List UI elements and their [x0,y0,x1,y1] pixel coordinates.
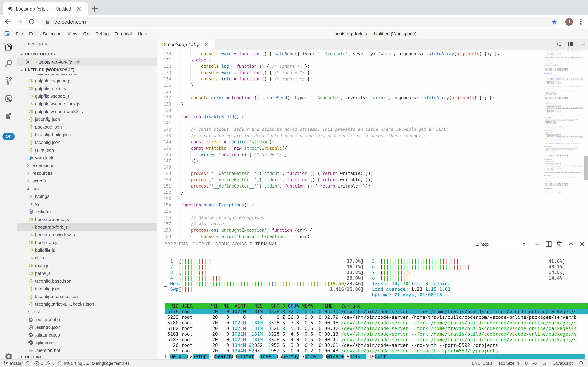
minimap[interactable]: console.info = function () { safeSend({ … [543,50,584,238]
statusbar-sync[interactable] [25,361,32,366]
tree-item-tsconfig.monaco.json[interactable]: {}tsconfig.monaco.json [17,292,157,300]
tree-item-gulpfile.vscode.js[interactable]: JSgulpfile.vscode.js [17,92,157,100]
debug-icon[interactable] [4,94,13,103]
statusbar-branch[interactable]: master [3,361,23,366]
editor-tab-close-icon[interactable] [204,42,209,47]
editor-tab-name[interactable]: bootstrap-fork.js [168,42,200,47]
terminal[interactable]: 1 [||||||||||| 17.8%] 5 [|||||||||||||||… [165,259,588,359]
lock-icon[interactable] [45,19,50,25]
statusbar-tab-size-4[interactable]: Tab Size: 4 [498,361,519,366]
panel-tab-terminal[interactable]: TERMINAL [255,242,277,246]
tree-item-scripts[interactable]: scripts [17,177,157,185]
outline-header[interactable]: OUTLINE [17,353,157,359]
panel-tab-problems[interactable]: PROBLEMS [164,242,188,246]
tree-item-yarn.lock[interactable]: yarn.lock [17,154,157,162]
tree-item-src[interactable]: src [17,185,157,192]
menu-help[interactable]: Help [135,31,150,37]
open-editor-name[interactable]: bootstrap-fork.js [39,59,72,65]
open-editors-header[interactable]: OPEN EDITORS [17,50,157,58]
statusbar-lf[interactable]: LF [542,361,547,366]
open-changes-icon[interactable] [556,41,562,47]
tree-item-.eslintrc[interactable]: .eslintrc [17,208,157,216]
tree-item-jsconfig.json[interactable]: {}jsconfig.json [17,115,157,123]
tree-item-.eslintrc.json[interactable]: .eslintrc.json [17,323,157,331]
statusbar-utf-8[interactable]: UTF-8 [525,361,537,366]
tree-item-bootstrap.js[interactable]: JSbootstrap.js [17,239,157,246]
statusbar-bell[interactable] [579,361,585,366]
reload-icon[interactable] [28,18,35,25]
explorer-icon[interactable] [4,42,13,51]
close-panel-icon[interactable] [578,241,585,248]
kill-terminal-icon[interactable] [556,241,563,248]
editor-tab[interactable]: JS bootstrap-fork.js [157,39,215,50]
tree-item-tsconfig.json[interactable]: {}tsconfig.json [17,285,157,292]
tree-item-bootstrap-amd.js[interactable]: JSbootstrap-amd.js [17,216,157,223]
tree-item-package.json[interactable]: {}package.json [17,123,157,131]
new-terminal-icon[interactable] [534,241,541,248]
tree-item-tsconfig.build.json[interactable]: {}tsconfig.build.json [17,131,157,139]
url-text[interactable]: ide.coder.com [53,19,551,25]
tree-item-gulpfile.hygiene.js[interactable]: JSgulpfile.hygiene.js [17,77,157,84]
statusbar-loading[interactable]: Initializing JS/TS language features [57,361,130,366]
tree-item-tsconfig.json[interactable]: {}tsconfig.json [17,139,157,146]
back-icon[interactable] [4,18,12,25]
maximize-panel-icon[interactable] [567,241,574,248]
tree-item-bootstrap-window.js[interactable]: JSbootstrap-window.js [17,231,157,239]
split-terminal-icon[interactable] [545,241,552,248]
tree-item-test[interactable]: test [17,308,157,316]
tree-item-gulpfile.mixin.js[interactable]: JSgulpfile.mixin.js [17,84,157,92]
tree-item-gulpfile.vscode.linux.js[interactable]: JSgulpfile.vscode.linux.js [17,100,157,108]
status-badge[interactable]: Off [2,133,15,140]
menu-terminal[interactable]: Terminal [112,31,135,37]
forward-icon[interactable] [16,18,24,25]
tree-item-resources[interactable]: resources [17,169,157,177]
menu-go[interactable]: Go [80,31,92,37]
workspace-header[interactable]: UNTITLED (WORKSPACE) [17,66,157,74]
menu-edit[interactable]: Edit [26,31,40,37]
terminal-select[interactable]: 1: htop [473,241,528,248]
bookmark-star-icon[interactable] [551,19,557,25]
search-icon[interactable] [4,59,13,68]
browser-menu-icon[interactable] [577,18,585,25]
browser-tab[interactable]: bootstrap-fork.js — Untitled (W [3,2,88,15]
tree-item-tslint.json[interactable]: {}tslint.json [17,146,157,154]
menu-file[interactable]: File [13,31,26,37]
panel-tab-debug-console[interactable]: DEBUG CONSOLE [215,242,253,246]
menu-selection[interactable]: Selection [40,31,65,37]
source-control-icon[interactable] [4,76,13,85]
statusbar-error[interactable]: 0 [34,361,43,366]
editor-scrollbar[interactable] [584,156,588,180]
more-actions-icon[interactable] [581,41,587,47]
tree-item-.gitignore[interactable]: .gitignore [17,339,157,347]
code-editor[interactable]: 1291301311321331341351361371381391401411… [157,50,588,238]
address-bar[interactable]: ide.coder.com [41,17,559,27]
tree-item-tsconfig.base.json[interactable]: {}tsconfig.base.json [17,277,157,285]
tree-item-cli.js[interactable]: JScli.js [17,254,157,262]
open-editor-item[interactable]: JS bootstrap-fork.js src [17,58,157,66]
tree-item-main.js[interactable]: JSmain.js [17,262,157,269]
tree-item-tsconfig.strictNullChecks.json[interactable]: {}tsconfig.strictNullChecks.json [17,300,157,308]
tree-item-buildfile.js[interactable]: JSbuildfile.js [17,246,157,254]
tab-close-icon[interactable] [75,6,82,12]
split-editor-icon[interactable] [568,41,574,47]
close-editor-icon[interactable] [25,60,30,64]
tree-item-paths.js[interactable]: JSpaths.js [17,269,157,277]
tree-item-bootstrap-fork.js[interactable]: JSbootstrap-fork.js [17,223,157,231]
tree-item-.gitattributes[interactable]: .gitattributes [17,331,157,339]
menu-view[interactable]: View [65,31,80,37]
panel-tab-output[interactable]: OUTPUT [192,242,210,246]
avatar[interactable]: J [565,18,573,26]
statusbar-warning[interactable]: 0 [46,361,55,366]
tree-item-.mention-bot[interactable]: .mention-bot [17,347,157,353]
statusbar-javascript[interactable]: JavaScript [553,361,573,366]
new-tab-button[interactable] [90,4,99,13]
extensions-icon[interactable] [4,111,13,120]
tree-item-.editorconfig[interactable]: .editorconfig [17,316,157,323]
tree-item-vs[interactable]: vs [17,200,157,208]
tree-item-typings[interactable]: typings [17,192,157,200]
tree-item-gulpfile.vscode.win32.js[interactable]: JSgulpfile.vscode.win32.js [17,108,157,115]
menu-debug[interactable]: Debug [92,31,112,37]
tree-item-gulpfile.extensions.js[interactable]: JSgulpfile.extensions.js [17,74,157,77]
statusbar-ln-1-col-1[interactable]: Ln 1, Col 1 [472,361,492,366]
tree-item-extensions[interactable]: extensions [17,162,157,169]
